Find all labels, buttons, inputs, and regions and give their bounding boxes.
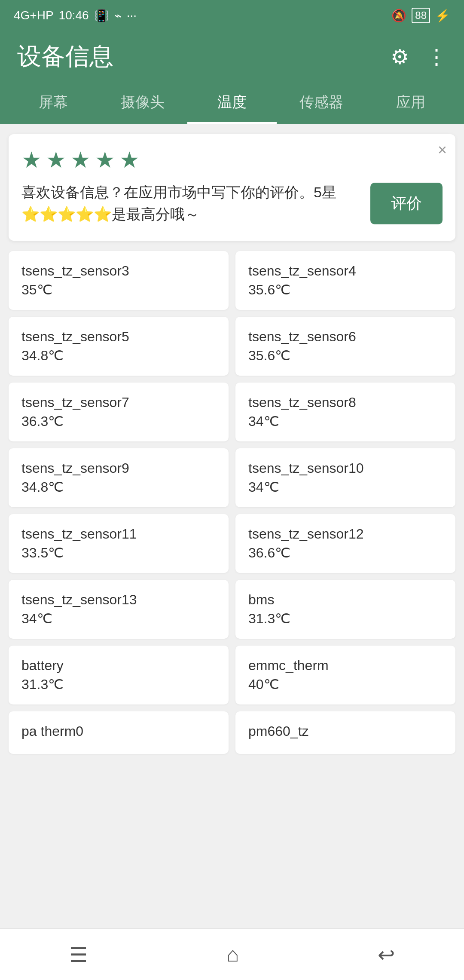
sensor-temp: 34℃	[248, 479, 443, 495]
sensor-card: tsens_tz_sensor8 34℃	[235, 383, 455, 441]
tab-sensor[interactable]: 传感器	[277, 83, 366, 124]
sensor-card: emmc_therm 40℃	[235, 646, 455, 704]
star-4: ★	[95, 147, 115, 173]
sensor-name: pa therm0	[21, 723, 216, 739]
sensor-temp: 36.6℃	[248, 545, 443, 561]
sensor-card: tsens_tz_sensor12 36.6℃	[235, 514, 455, 573]
sensor-temp: 35℃	[21, 282, 216, 298]
rating-close-button[interactable]: ×	[438, 141, 447, 159]
sensor-card: tsens_tz_sensor11 33.5℃	[9, 514, 229, 573]
sensor-card: tsens_tz_sensor13 34℃	[9, 580, 229, 639]
sensor-name: emmc_therm	[248, 658, 443, 674]
sensor-temp: 31.3℃	[21, 676, 216, 692]
sensor-name: tsens_tz_sensor11	[21, 526, 216, 542]
tab-screen[interactable]: 屏幕	[9, 83, 98, 124]
usb-icon: ⌁	[114, 9, 122, 23]
star-2: ★	[46, 147, 66, 173]
sensor-card: tsens_tz_sensor3 35℃	[9, 251, 229, 310]
sensor-name: tsens_tz_sensor5	[21, 329, 216, 345]
sensor-card: tsens_tz_sensor10 34℃	[235, 448, 455, 507]
star-3: ★	[70, 147, 91, 173]
status-bar: 4G+HP 10:46 📳 ⌁ ··· 🔕 88 ⚡	[0, 0, 464, 31]
status-time: 10:46	[59, 9, 89, 22]
settings-button[interactable]: ⚙	[391, 45, 409, 69]
sensor-card: battery 31.3℃	[9, 646, 229, 704]
battery-indicator: 88	[412, 8, 430, 23]
sensor-name: tsens_tz_sensor6	[248, 329, 443, 345]
sensor-card: pa therm0	[9, 711, 229, 754]
star-5: ★	[119, 147, 140, 173]
signal-icon: 4G+HP	[14, 9, 54, 22]
more-options-button[interactable]: ⋮	[426, 45, 447, 69]
sensor-card: tsens_tz_sensor5 34.8℃	[9, 317, 229, 376]
sensor-card: tsens_tz_sensor6 35.6℃	[235, 317, 455, 376]
bottom-nav: ☰ ⌂ ↩	[0, 928, 464, 980]
rating-card: × ★ ★ ★ ★ ★ 喜欢设备信息？在应用市场中写下你的评价。5星⭐⭐⭐⭐⭐是…	[9, 134, 455, 241]
rating-button[interactable]: 评价	[370, 183, 443, 224]
charging-icon: ⚡	[435, 9, 450, 23]
tab-camera[interactable]: 摄像头	[98, 83, 187, 124]
tab-bar: 屏幕 摄像头 温度 传感器 应用	[0, 83, 464, 124]
tab-app[interactable]: 应用	[366, 83, 455, 124]
sensor-temp: 34℃	[21, 610, 216, 627]
sensor-name: tsens_tz_sensor7	[21, 395, 216, 410]
sensor-card: bms 31.3℃	[235, 580, 455, 639]
screen-cast-icon: 📳	[94, 9, 109, 23]
sensor-name: bms	[248, 592, 443, 608]
more-icons: ···	[127, 9, 137, 22]
rating-text: 喜欢设备信息？在应用市场中写下你的评价。5星⭐⭐⭐⭐⭐是最高分哦～	[21, 181, 360, 225]
silent-icon: 🔕	[391, 9, 406, 23]
sensor-temp: 34.8℃	[21, 347, 216, 364]
sensor-name: tsens_tz_sensor9	[21, 460, 216, 476]
sensor-card: tsens_tz_sensor7 36.3℃	[9, 383, 229, 441]
content-area: × ★ ★ ★ ★ ★ 喜欢设备信息？在应用市场中写下你的评价。5星⭐⭐⭐⭐⭐是…	[0, 134, 464, 814]
star-rating: ★ ★ ★ ★ ★	[21, 147, 443, 173]
sensor-temp: 33.5℃	[21, 545, 216, 561]
page-title: 设备信息	[17, 40, 113, 73]
sensor-name: pm660_tz	[248, 723, 443, 739]
sensor-temp: 34℃	[248, 413, 443, 429]
sensor-name: tsens_tz_sensor8	[248, 395, 443, 410]
star-1: ★	[21, 147, 42, 173]
sensor-name: tsens_tz_sensor13	[21, 592, 216, 608]
status-left: 4G+HP 10:46 📳 ⌁ ···	[14, 9, 137, 23]
sensor-name: tsens_tz_sensor10	[248, 460, 443, 476]
sensor-card: tsens_tz_sensor9 34.8℃	[9, 448, 229, 507]
sensor-temp: 35.6℃	[248, 347, 443, 364]
sensor-temp: 34.8℃	[21, 479, 216, 495]
status-right: 🔕 88 ⚡	[391, 8, 450, 23]
sensor-name: tsens_tz_sensor3	[21, 263, 216, 279]
sensor-temp: 36.3℃	[21, 413, 216, 429]
sensor-grid: tsens_tz_sensor3 35℃ tsens_tz_sensor4 35…	[0, 251, 464, 754]
sensor-name: tsens_tz_sensor4	[248, 263, 443, 279]
back-button[interactable]: ↩	[378, 943, 395, 967]
sensor-card: pm660_tz	[235, 711, 455, 754]
top-bar-actions: ⚙ ⋮	[391, 45, 447, 69]
sensor-temp: 31.3℃	[248, 610, 443, 627]
rating-content: 喜欢设备信息？在应用市场中写下你的评价。5星⭐⭐⭐⭐⭐是最高分哦～ 评价	[21, 181, 443, 225]
sensor-name: tsens_tz_sensor12	[248, 526, 443, 542]
tab-temperature[interactable]: 温度	[187, 83, 277, 124]
menu-button[interactable]: ☰	[69, 943, 88, 967]
top-bar: 设备信息 ⚙ ⋮	[0, 31, 464, 83]
sensor-card: tsens_tz_sensor4 35.6℃	[235, 251, 455, 310]
sensor-name: battery	[21, 658, 216, 674]
sensor-temp: 35.6℃	[248, 282, 443, 298]
sensor-temp: 40℃	[248, 676, 443, 692]
home-button[interactable]: ⌂	[226, 943, 239, 966]
